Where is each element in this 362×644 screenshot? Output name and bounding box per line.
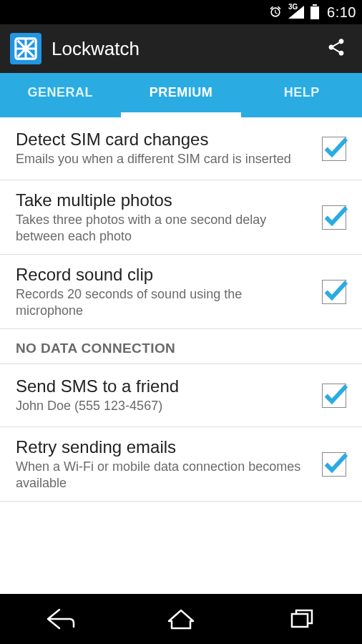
- check-icon: [321, 276, 350, 305]
- navigation-bar: [0, 594, 362, 644]
- setting-multiple-photos[interactable]: Take multiple photos Takes three photos …: [0, 180, 362, 255]
- app-title: Lockwatch: [52, 38, 321, 60]
- tab-label: GENERAL: [28, 85, 94, 100]
- setting-retry-emails[interactable]: Retry sending emails When a Wi-Fi or mob…: [0, 427, 362, 502]
- checkbox[interactable]: [322, 384, 346, 408]
- share-icon: [326, 37, 346, 57]
- setting-record-sound[interactable]: Record sound clip Records 20 seconds of …: [0, 255, 362, 329]
- app-icon: [10, 33, 41, 64]
- setting-subtitle: Takes three photos with a one second del…: [16, 212, 310, 244]
- settings-list: Detect SIM card changes Emails you when …: [0, 117, 362, 594]
- status-time: 6:10: [327, 4, 356, 21]
- setting-title: Send SMS to a friend: [16, 376, 310, 396]
- setting-detect-sim[interactable]: Detect SIM card changes Emails you when …: [0, 117, 362, 180]
- recent-icon: [288, 607, 316, 631]
- setting-subtitle: When a Wi-Fi or mobile data connection b…: [16, 459, 310, 491]
- recent-button[interactable]: [266, 601, 338, 637]
- setting-title: Retry sending emails: [16, 437, 310, 457]
- battery-icon: [310, 4, 320, 20]
- check-icon: [321, 133, 350, 162]
- setting-title: Record sound clip: [16, 265, 310, 285]
- setting-subtitle: Emails you when a different SIM card is …: [16, 151, 310, 167]
- setting-subtitle: John Doe (555 123-4567): [16, 398, 310, 414]
- tab-general[interactable]: GENERAL: [0, 73, 121, 117]
- home-button[interactable]: [145, 601, 217, 637]
- back-button[interactable]: [24, 601, 96, 637]
- tab-label: HELP: [284, 85, 320, 100]
- setting-subtitle: Records 20 seconds of sound using the mi…: [16, 286, 310, 318]
- section-header-no-data: NO DATA CONNECTION: [0, 329, 362, 364]
- action-bar: Lockwatch: [0, 24, 362, 73]
- setting-title: Detect SIM card changes: [16, 130, 310, 150]
- tab-premium[interactable]: PREMIUM: [121, 73, 242, 117]
- checkbox[interactable]: [322, 452, 346, 477]
- check-icon: [321, 449, 350, 477]
- section-header-label: NO DATA CONNECTION: [16, 341, 346, 356]
- signal-icon: 3G: [287, 4, 305, 20]
- tab-label: PREMIUM: [150, 85, 213, 100]
- checkbox[interactable]: [322, 205, 346, 230]
- share-button[interactable]: [321, 31, 352, 66]
- checkbox[interactable]: [322, 280, 346, 304]
- check-icon: [321, 202, 350, 230]
- status-bar: 3G 6:10: [0, 0, 362, 24]
- setting-send-sms[interactable]: Send SMS to a friend John Doe (555 123-4…: [0, 364, 362, 427]
- alarm-icon: [268, 5, 283, 19]
- tab-help[interactable]: HELP: [241, 73, 362, 117]
- setting-title: Take multiple photos: [16, 190, 310, 210]
- checkbox[interactable]: [322, 137, 346, 161]
- check-icon: [321, 380, 350, 409]
- home-icon: [167, 607, 195, 631]
- back-icon: [45, 607, 75, 631]
- svg-rect-1: [292, 614, 308, 627]
- tabs: GENERAL PREMIUM HELP: [0, 73, 362, 117]
